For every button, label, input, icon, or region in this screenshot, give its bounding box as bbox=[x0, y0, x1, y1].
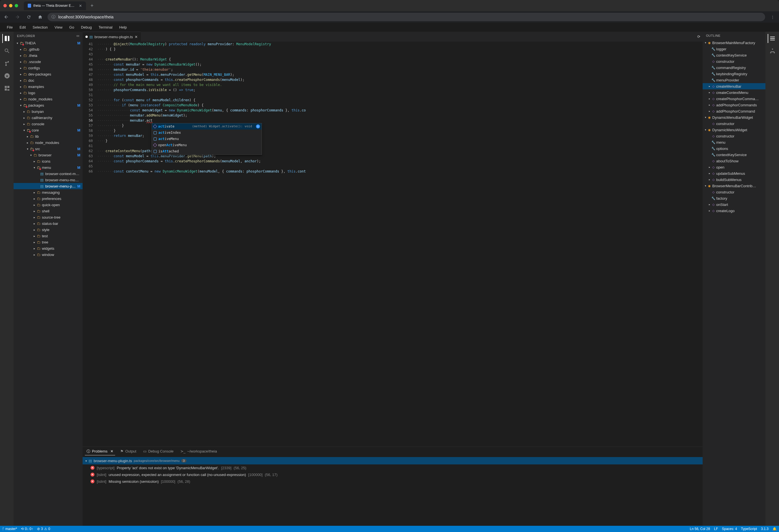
info-icon[interactable]: i bbox=[256, 124, 260, 128]
indentation[interactable]: Spaces: 4 bbox=[722, 527, 737, 531]
scm-icon[interactable] bbox=[2, 59, 11, 68]
outline-item[interactable]: ◇aboutToShow bbox=[703, 158, 765, 164]
close-icon[interactable]: ✕ bbox=[110, 449, 113, 453]
tree-folder[interactable]: ▸🗀doc bbox=[14, 77, 82, 83]
extensions-icon[interactable] bbox=[2, 84, 11, 93]
outline-item[interactable]: 🔧menu bbox=[703, 139, 765, 145]
outline-item[interactable]: ▸◇onStart bbox=[703, 201, 765, 208]
outline-item[interactable]: ◇constructor bbox=[703, 120, 765, 127]
url-input[interactable]: ⓘ localhost:3000/workspace/theia bbox=[48, 13, 765, 21]
autocomplete-item[interactable]: activeMenu bbox=[152, 136, 262, 142]
tree-folder[interactable]: ▸🗀configs bbox=[14, 65, 82, 71]
back-button[interactable] bbox=[2, 13, 10, 21]
tree-folder[interactable]: ▸🗀preferences bbox=[14, 195, 82, 202]
problem-file-header[interactable]: ▾▤browser-menu-plugin.ts packages/core/s… bbox=[82, 457, 703, 464]
tree-folder[interactable]: ▸🗀test bbox=[14, 233, 82, 239]
menu-file[interactable]: File bbox=[3, 23, 16, 31]
problem-item[interactable]: ✕[tslint]Missing semicolon (semicolon)[1… bbox=[82, 478, 703, 485]
outline-item[interactable]: 🔧contextKeyService bbox=[703, 52, 765, 58]
tree-folder[interactable]: ▸🗀status-bar bbox=[14, 220, 82, 227]
cursor-position[interactable]: Ln 56, Col 28 bbox=[690, 527, 710, 531]
menu-help[interactable]: Help bbox=[116, 23, 130, 31]
tree-folder[interactable]: ▸🗀quick-open bbox=[14, 202, 82, 208]
window-close-icon[interactable] bbox=[3, 4, 7, 7]
tree-folder[interactable]: ▾🗀srcM bbox=[14, 146, 82, 152]
tree-folder[interactable]: ▸🗀tree bbox=[14, 239, 82, 245]
editor-body[interactable]: 4142434445464748495051525354555657585960… bbox=[82, 42, 703, 447]
tree-root[interactable]: ▾ 🗀 THEIA M bbox=[14, 40, 82, 46]
outline-item[interactable]: ▾◉DynamicMenuWidget bbox=[703, 127, 765, 133]
reload-button[interactable] bbox=[25, 13, 33, 21]
tree-folder[interactable]: ▸🗀logo bbox=[14, 90, 82, 96]
outline-item[interactable]: ▸◇createLogo bbox=[703, 208, 765, 214]
tree-folder[interactable]: ▸🗀node_modules bbox=[14, 139, 82, 146]
browser-tab[interactable]: theia — Theia Browser Exampl… ✕ bbox=[24, 1, 86, 10]
language-mode[interactable]: TypeScript bbox=[741, 527, 757, 531]
outline-item[interactable]: ▸◇createContextMenu bbox=[703, 90, 765, 96]
forward-button[interactable] bbox=[14, 13, 21, 21]
tree-folder[interactable]: ▸🗀window bbox=[14, 251, 82, 258]
menu-selection[interactable]: Selection bbox=[29, 23, 51, 31]
outline-item[interactable]: ◇constructor bbox=[703, 189, 765, 195]
menu-view[interactable]: View bbox=[51, 23, 66, 31]
tree-folder[interactable]: ▸🗀widgets bbox=[14, 245, 82, 251]
tree-folder[interactable]: ▸🗀shell bbox=[14, 208, 82, 214]
problem-item[interactable]: ✕[tslint]unused expression, expected an … bbox=[82, 471, 703, 478]
outline-item[interactable]: ▾◉BrowserMainMenuFactory bbox=[703, 40, 765, 46]
outline-item[interactable]: 🔧keybindingRegistry bbox=[703, 71, 765, 77]
outline-item[interactable]: ▸◇updateSubMenus bbox=[703, 170, 765, 176]
tree-folder[interactable]: ▸🗀node_modules bbox=[14, 96, 82, 102]
tree-file[interactable]: ▤browser-menu-module.ts bbox=[14, 177, 82, 183]
menu-edit[interactable]: Edit bbox=[16, 23, 29, 31]
new-tab-button[interactable]: + bbox=[88, 3, 96, 9]
window-maximize-icon[interactable] bbox=[15, 4, 18, 7]
tree-folder[interactable]: ▾🗀coreM bbox=[14, 127, 82, 133]
git-branch[interactable]: ᚶ master* bbox=[2, 527, 17, 531]
menu-go[interactable]: Go bbox=[66, 23, 77, 31]
collapse-all-icon[interactable]: ▭ bbox=[76, 34, 79, 38]
outline-item[interactable]: ▸◇createPhosphorComma… bbox=[703, 96, 765, 102]
sync-icon[interactable]: ⟳ bbox=[697, 35, 700, 39]
tree-file[interactable]: ▤browser-menu-plugin.tsM bbox=[14, 183, 82, 189]
autocomplete-item[interactable]: isAttached bbox=[152, 148, 262, 155]
tree-folder[interactable]: ▸🗀callhierarchy bbox=[14, 115, 82, 121]
outline-item[interactable]: ▸◇createMenuBar bbox=[703, 83, 765, 90]
output-tab[interactable]: ⚑ Output bbox=[119, 448, 138, 455]
outline-item[interactable]: 🔧factory bbox=[703, 195, 765, 201]
outline-item[interactable]: ▾◉BrowserMenuBarContrib… bbox=[703, 183, 765, 189]
eol-indicator[interactable]: LF bbox=[714, 527, 718, 531]
autocomplete-item[interactable]: openActiveMenu bbox=[152, 142, 262, 148]
tree-folder[interactable]: ▸🗀style bbox=[14, 227, 82, 233]
version[interactable]: 3.1.3 bbox=[761, 527, 769, 531]
tree-file[interactable]: ▤browser-context-menu-r… bbox=[14, 171, 82, 177]
debug-icon[interactable] bbox=[2, 71, 11, 80]
home-button[interactable] bbox=[36, 13, 44, 21]
tree-folder[interactable]: ▸🗀messaging bbox=[14, 189, 82, 195]
outline-item[interactable]: ▸◇buildSubMenus bbox=[703, 176, 765, 183]
tree-folder[interactable]: ▸🗀bunyan bbox=[14, 108, 82, 115]
errors-count[interactable]: ⊘ 3 ⚠ 0 bbox=[37, 527, 50, 531]
autocomplete-item[interactable]: activeIndex bbox=[152, 129, 262, 136]
problem-item[interactable]: ✕[typescript]Property 'act' does not exi… bbox=[82, 464, 703, 471]
outline-item[interactable]: ▸◇addPhosphorCommands bbox=[703, 102, 765, 108]
outline-item[interactable]: ◇constructor bbox=[703, 58, 765, 64]
editor-tab[interactable]: ▤ browser-menu-plugin.ts ✕ bbox=[82, 32, 141, 42]
outline-item[interactable]: 🔧logger bbox=[703, 46, 765, 52]
tree-folder[interactable]: ▸🗀console bbox=[14, 121, 82, 127]
tree-folder[interactable]: ▸🗀.theia bbox=[14, 52, 82, 59]
hierarchy-icon[interactable] bbox=[768, 46, 777, 55]
tree-folder[interactable]: ▸🗀.github bbox=[14, 46, 82, 52]
window-minimize-icon[interactable] bbox=[9, 4, 12, 7]
tree-folder[interactable]: ▾🗀packagesM bbox=[14, 102, 82, 108]
tree-folder[interactable]: ▸🗀icons bbox=[14, 158, 82, 164]
tab-close-icon[interactable]: ✕ bbox=[79, 4, 82, 8]
tree-folder[interactable]: ▾🗀menuM bbox=[14, 164, 82, 171]
outline-item[interactable]: 🔧commandRegistry bbox=[703, 64, 765, 71]
search-icon[interactable] bbox=[2, 46, 11, 55]
tree-folder[interactable]: ▸🗀lib bbox=[14, 133, 82, 139]
outline-item[interactable]: ▸◇addPhosphorCommand bbox=[703, 108, 765, 114]
outline-icon[interactable] bbox=[768, 34, 777, 43]
tree-folder[interactable]: ▸🗀examples bbox=[14, 83, 82, 90]
outline-item[interactable]: ▸◇open bbox=[703, 164, 765, 170]
notifications-icon[interactable]: 🔔 bbox=[773, 527, 777, 531]
